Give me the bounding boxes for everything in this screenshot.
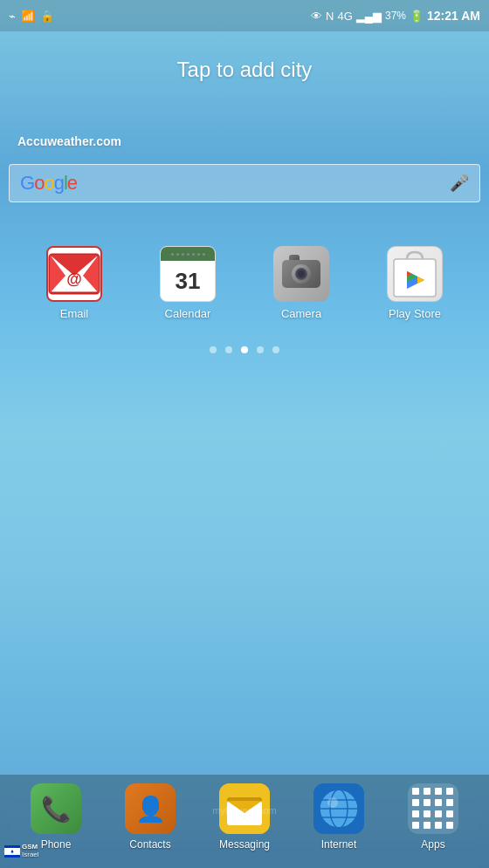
svg-text:@: @ bbox=[66, 270, 82, 288]
email-icon: @ bbox=[46, 246, 102, 302]
accuweather-label: Accuweather.com bbox=[17, 134, 472, 148]
app-play-store[interactable]: Play Store bbox=[380, 246, 450, 320]
4g-icon: 4G bbox=[337, 10, 352, 23]
gsm-text: GSM Israel bbox=[22, 844, 39, 859]
page-dot-1[interactable] bbox=[210, 346, 217, 353]
wifi-icon: 📶 bbox=[21, 10, 35, 23]
apps-dot bbox=[424, 822, 430, 829]
contacts-icon: 👤 bbox=[125, 783, 176, 834]
app-icons-row: @ Email 31 Calendar bbox=[0, 237, 489, 329]
dock-contacts[interactable]: 👤 Contacts bbox=[115, 783, 185, 851]
gsm-line2: Israel bbox=[22, 851, 39, 859]
calendar-icon: 31 bbox=[160, 246, 216, 302]
calendar-label: Calendar bbox=[165, 307, 211, 320]
page-dot-2[interactable] bbox=[225, 346, 232, 353]
apps-dot bbox=[424, 810, 430, 817]
internet-icon bbox=[313, 783, 364, 834]
apps-dot bbox=[435, 788, 442, 795]
battery-icon: 🔋 bbox=[410, 10, 424, 23]
camera-body bbox=[282, 260, 320, 288]
camera-icon bbox=[273, 246, 329, 302]
phone-symbol: 📞 bbox=[41, 795, 72, 824]
status-bar: ⌁ 📶 🔒 👁 N 4G ▂▄▆ 37% 🔋 12:21 AM bbox=[0, 0, 489, 31]
apps-dot bbox=[412, 822, 419, 829]
svg-point-21 bbox=[327, 797, 338, 808]
internet-label: Internet bbox=[321, 838, 357, 851]
dock: 📞 Phone 👤 Contacts bbox=[0, 775, 489, 868]
page-dot-4[interactable] bbox=[257, 346, 264, 353]
google-mic-icon[interactable]: 🎤 bbox=[450, 174, 469, 193]
apps-dot bbox=[435, 810, 442, 817]
nfc-icon: N bbox=[326, 10, 334, 23]
apps-dot bbox=[446, 788, 453, 795]
page-indicators bbox=[0, 329, 489, 362]
calendar-body: 31 bbox=[161, 261, 215, 301]
eye-icon: 👁 bbox=[311, 10, 322, 23]
svg-rect-24 bbox=[4, 855, 20, 858]
apps-dot bbox=[424, 788, 430, 795]
apps-grid bbox=[412, 788, 455, 830]
contacts-label: Contacts bbox=[129, 838, 170, 851]
status-time: 12:21 AM bbox=[427, 9, 480, 23]
status-right-icons: 👁 N 4G ▂▄▆ 37% 🔋 12:21 AM bbox=[311, 9, 480, 23]
battery-percent: 37% bbox=[385, 10, 406, 22]
israel-flag-icon bbox=[4, 845, 20, 858]
camera-lens-inner bbox=[295, 268, 307, 280]
calendar-header bbox=[161, 247, 215, 261]
apps-dot bbox=[424, 799, 430, 806]
google-search-bar[interactable]: Google 🎤 bbox=[9, 164, 480, 202]
dock-internet[interactable]: Internet bbox=[304, 783, 374, 851]
apps-dot bbox=[435, 799, 442, 806]
tap-to-add-city[interactable]: Tap to add city bbox=[17, 58, 472, 82]
play-store-icon bbox=[387, 246, 443, 302]
dock-messaging[interactable]: Messaging bbox=[210, 783, 279, 851]
apps-dot bbox=[435, 822, 442, 829]
play-store-label: Play Store bbox=[389, 307, 441, 320]
messaging-label: Messaging bbox=[219, 838, 270, 851]
page-dot-3[interactable] bbox=[241, 346, 248, 353]
messaging-icon bbox=[219, 783, 270, 834]
apps-dot bbox=[446, 799, 453, 806]
weather-widget[interactable]: Tap to add city Accuweather.com bbox=[0, 31, 489, 164]
phone-label: Phone bbox=[41, 838, 72, 851]
apps-dot bbox=[446, 822, 453, 829]
main-content: Tap to add city Accuweather.com Google 🎤 bbox=[0, 31, 489, 868]
apps-icon bbox=[408, 783, 458, 834]
usb-icon: ⌁ bbox=[9, 10, 16, 23]
camera-lens bbox=[292, 264, 311, 284]
camera-notch bbox=[289, 255, 300, 260]
dock-phone[interactable]: 📞 Phone bbox=[21, 783, 91, 851]
app-calendar[interactable]: 31 Calendar bbox=[153, 246, 223, 320]
page-dot-5[interactable] bbox=[272, 346, 279, 353]
app-camera[interactable]: Camera bbox=[266, 246, 336, 320]
gsm-badge: GSM Israel bbox=[4, 844, 39, 859]
calendar-date: 31 bbox=[176, 268, 201, 295]
svg-rect-23 bbox=[4, 845, 20, 848]
person-symbol: 👤 bbox=[135, 795, 166, 824]
dock-apps[interactable]: Apps bbox=[398, 783, 468, 851]
camera-label: Camera bbox=[281, 307, 321, 320]
apps-dot bbox=[412, 788, 419, 795]
app-email[interactable]: @ Email bbox=[39, 246, 109, 320]
status-left-icons: ⌁ 📶 🔒 bbox=[9, 10, 54, 23]
email-label: Email bbox=[60, 307, 89, 320]
lock-icon: 🔒 bbox=[40, 10, 54, 23]
phone-icon: 📞 bbox=[31, 783, 81, 834]
apps-label: Apps bbox=[421, 838, 444, 851]
google-logo: Google bbox=[20, 172, 77, 195]
apps-dot bbox=[446, 810, 453, 817]
apps-dot bbox=[412, 810, 419, 817]
signal-icon: ▂▄▆ bbox=[356, 10, 382, 23]
apps-dot bbox=[412, 799, 419, 806]
